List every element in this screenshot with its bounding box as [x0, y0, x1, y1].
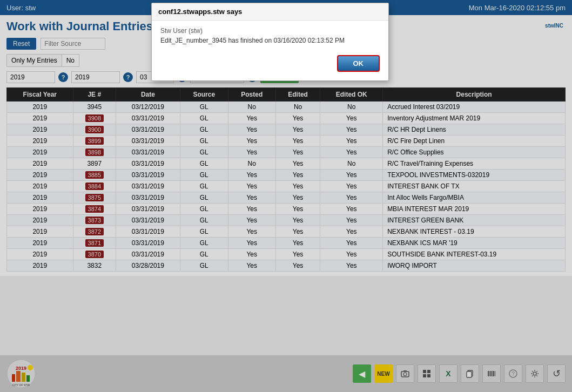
- ok-button[interactable]: OK: [337, 55, 380, 72]
- modal-dialog: conf12.stwapps.stw says Stw User (stw) E…: [151, 3, 389, 81]
- modal-overlay: conf12.stwapps.stw says Stw User (stw) E…: [0, 0, 572, 392]
- modal-ok-area: OK: [160, 55, 380, 72]
- modal-title-bar: conf12.stwapps.stw says: [152, 3, 388, 21]
- modal-message: Edit_JE_number_3945 has finished on 03/1…: [160, 37, 380, 44]
- modal-body: Stw User (stw) Edit_JE_number_3945 has f…: [152, 21, 388, 80]
- modal-user-line: Stw User (stw): [160, 27, 380, 35]
